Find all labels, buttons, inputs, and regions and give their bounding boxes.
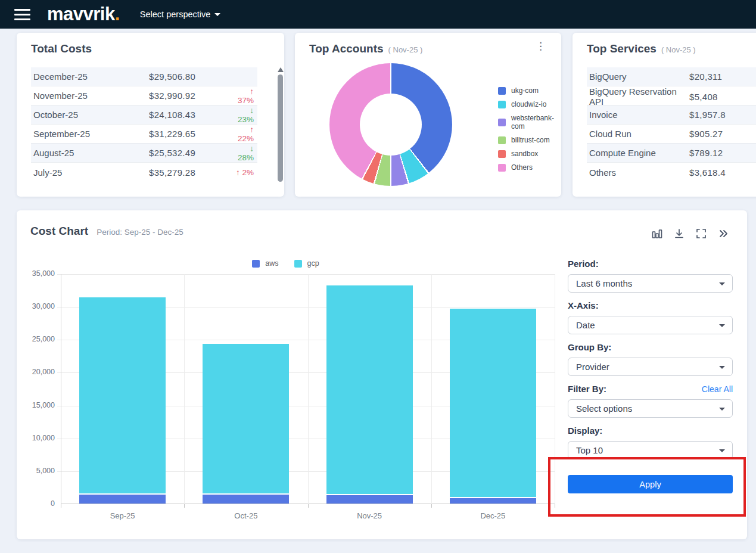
cost-chart-card: Cost Chart Period: Sep-25 - Dec-25 xyxy=(17,210,747,539)
x-axis-labels: Sep-25Oct-25Nov-25Dec-25 xyxy=(61,511,555,522)
groupby-dropdown[interactable]: Provider xyxy=(568,358,733,376)
total-costs-row: August-25$25,532.49↓ 28% xyxy=(31,144,257,163)
legend-swatch xyxy=(498,119,506,126)
cost-chart-area: awsgcp 05,00010,00015,00020,00025,00030,… xyxy=(17,210,555,539)
double-chevron-right-icon[interactable] xyxy=(717,228,729,240)
bar-segment-gcp xyxy=(450,309,536,498)
bar-Sep-25[interactable] xyxy=(79,297,166,504)
total-costs-row: October-25$24,108.43↓ 23% xyxy=(31,105,257,125)
change-badge: ↓ 28% xyxy=(236,144,255,162)
filterby-dropdown[interactable]: Select options xyxy=(568,399,733,418)
top-services-card: Top Services ( Nov-25 ) BigQuery$20,311B… xyxy=(573,33,756,197)
chevron-down-icon xyxy=(719,324,725,327)
chevron-down-icon xyxy=(719,282,725,285)
amount-value: $1,957.8 xyxy=(689,110,756,120)
axis-tick xyxy=(555,504,555,508)
app-logo[interactable]: mavvrik. xyxy=(47,4,120,25)
legend-swatch xyxy=(498,87,506,95)
legend-label: websterbank-com xyxy=(511,114,561,131)
y-axis-labels: 05,00010,00015,00020,00025,00030,00035,0… xyxy=(17,274,55,504)
apply-button[interactable]: Apply xyxy=(568,475,733,493)
chevron-down-icon xyxy=(719,408,725,411)
legend-item-ukg-com: ukg-com xyxy=(498,86,561,95)
service-label: BigQuery Reservation API xyxy=(589,86,689,107)
amount-value: $25,532.49 xyxy=(149,148,236,158)
filterby-label: Filter By: xyxy=(568,384,606,394)
service-label: Invoice xyxy=(589,110,689,120)
top-services-period: ( Nov-25 ) xyxy=(661,45,696,54)
kebab-menu-icon[interactable]: ⋮ xyxy=(536,41,546,51)
amount-value: $32,990.92 xyxy=(149,91,236,101)
xaxis-value: Date xyxy=(576,320,595,330)
gridline xyxy=(431,274,432,504)
xaxis-dropdown[interactable]: Date xyxy=(568,316,733,334)
legend-label: gcp xyxy=(307,259,319,268)
y-tick-label: 20,000 xyxy=(32,368,55,376)
amount-value: $3,618.4 xyxy=(689,167,756,178)
period-dropdown[interactable]: Last 6 months xyxy=(568,274,733,293)
legend-swatch xyxy=(498,101,506,108)
bar-segment-aws xyxy=(203,495,289,504)
fullscreen-icon[interactable] xyxy=(695,228,707,240)
legend-label: ukg-com xyxy=(511,86,539,95)
month-label: October-25 xyxy=(33,110,149,120)
gridline xyxy=(308,274,309,504)
service-label: Cloud Run xyxy=(589,129,689,139)
total-costs-row: July-25$35,279.28↑ 2% xyxy=(31,163,257,182)
y-axis-line xyxy=(61,274,61,504)
display-dropdown[interactable]: Top 10 xyxy=(568,441,733,459)
total-costs-row: November-25$32,990.92↑ 37% xyxy=(31,86,257,105)
gridline xyxy=(184,274,185,504)
bar-segment-aws xyxy=(79,495,166,504)
amount-value: $29,506.80 xyxy=(149,72,236,82)
axis-tick xyxy=(184,504,185,508)
bar-Nov-25[interactable] xyxy=(326,285,413,504)
scrollbar-thumb[interactable] xyxy=(278,74,283,182)
hamburger-menu-icon[interactable] xyxy=(14,9,30,20)
amount-value: $905.27 xyxy=(689,129,756,139)
top-accounts-legend: ukg-comcloudwiz-iowebsterbank-combilltru… xyxy=(498,86,561,172)
scroll-up-icon[interactable] xyxy=(278,67,284,72)
select-perspective-dropdown[interactable]: Select perspective xyxy=(140,10,220,19)
download-icon[interactable] xyxy=(673,228,685,240)
legend-item-websterbank-com: websterbank-com xyxy=(498,114,561,131)
cost-chart-legend: awsgcp xyxy=(17,259,555,268)
top-services-table: BigQuery$20,311BigQuery Reservation API$… xyxy=(587,67,756,182)
total-costs-row: September-25$31,229.65↑ 22% xyxy=(31,125,257,144)
service-label: BigQuery xyxy=(589,72,689,82)
amount-value: $24,108.43 xyxy=(149,110,236,120)
legend-swatch xyxy=(498,136,506,144)
service-label: Compute Engine xyxy=(589,148,689,158)
amount-value: $5,408 xyxy=(689,92,756,102)
legend-swatch xyxy=(498,150,506,158)
legend-label: billtrust-com xyxy=(511,136,550,144)
y-tick-label: 15,000 xyxy=(32,401,55,409)
amount-value: $35,279.28 xyxy=(149,167,236,178)
gridline xyxy=(555,274,555,504)
y-tick-label: 25,000 xyxy=(32,335,55,343)
filterby-value: Select options xyxy=(576,403,632,414)
y-tick-label: 35,000 xyxy=(32,269,55,278)
y-tick-label: 5,000 xyxy=(36,467,55,475)
bar-Dec-25[interactable] xyxy=(450,309,536,504)
total-costs-card: Total Costs December-25$29,506.80Novembe… xyxy=(17,33,284,197)
clear-all-link[interactable]: Clear All xyxy=(702,384,733,394)
axis-tick xyxy=(61,504,61,508)
bar-Oct-25[interactable] xyxy=(203,344,289,504)
month-label: December-25 xyxy=(33,72,149,82)
total-costs-table: December-25$29,506.80November-25$32,990.… xyxy=(31,67,257,182)
bar-chart-icon[interactable] xyxy=(651,228,663,240)
legend-swatch xyxy=(498,164,506,172)
top-services-row: Others$3,618.4 xyxy=(587,163,756,182)
period-value: Last 6 months xyxy=(576,278,632,288)
top-accounts-period: ( Nov-25 ) xyxy=(388,45,423,54)
top-navbar: mavvrik. Select perspective xyxy=(0,0,756,29)
bar-segment-gcp xyxy=(203,344,289,493)
amount-value: $20,311 xyxy=(689,72,756,82)
top-accounts-donut-chart[interactable] xyxy=(329,63,452,186)
total-costs-title: Total Costs xyxy=(31,42,92,55)
chart-controls-panel: Period: Last 6 months X-Axis: Date Group… xyxy=(568,254,733,493)
legend-label: aws xyxy=(265,259,278,268)
display-value: Top 10 xyxy=(576,445,603,455)
select-perspective-label: Select perspective xyxy=(140,10,210,19)
